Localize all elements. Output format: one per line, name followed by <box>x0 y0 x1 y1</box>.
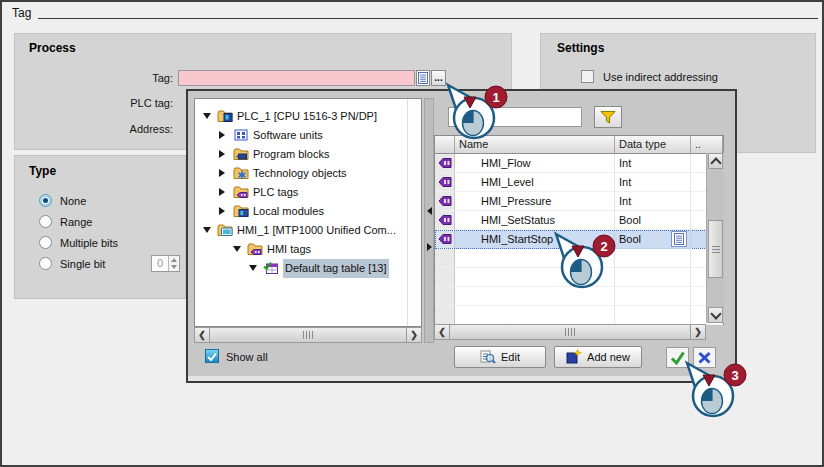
scroll-down-button[interactable] <box>708 307 723 323</box>
scroll-right-button[interactable]: ❯ <box>690 324 706 340</box>
tree-item-default-tag-table[interactable]: Default tag table [13] <box>195 259 421 278</box>
svg-text:3: 3 <box>731 368 738 383</box>
radio-multiple-bits[interactable] <box>39 236 52 249</box>
project-tree: PLC_1 [CPU 1516-3 PN/DP] Software units … <box>194 98 422 327</box>
tag-field-label: Tag: <box>15 72 173 84</box>
list-icon <box>674 233 684 245</box>
table-row[interactable]: HMI_Level Int <box>435 173 723 192</box>
column-header-data-type[interactable]: Data type <box>615 136 691 154</box>
popup-bottom-strip <box>188 376 735 381</box>
tree-item-hmi1[interactable]: HMI_1 [MTP1000 Unified Com... <box>195 221 421 240</box>
filter-button[interactable] <box>594 106 622 128</box>
chevron-right-icon[interactable] <box>219 188 225 196</box>
radio-range-label: Range <box>60 216 92 228</box>
use-indirect-addressing-label: Use indirect addressing <box>603 71 718 83</box>
tree-item-program-blocks[interactable]: Program blocks <box>195 145 421 164</box>
tag-icon <box>438 176 452 188</box>
technology-objects-icon <box>233 165 249 181</box>
tag-icon <box>438 195 452 207</box>
use-indirect-addressing-checkbox[interactable] <box>581 70 594 83</box>
edit-icon <box>480 349 496 365</box>
tree-table-splitter[interactable] <box>424 98 434 343</box>
single-bit-value: 0 <box>152 256 168 271</box>
tag-icon <box>438 233 452 245</box>
tag-icon <box>438 157 452 169</box>
show-all-label: Show all <box>226 351 268 363</box>
scroll-thumb[interactable] <box>708 220 723 278</box>
chevron-down-icon[interactable] <box>249 265 257 271</box>
scroll-left-button[interactable]: ❮ <box>194 327 210 343</box>
radio-range[interactable] <box>39 215 52 228</box>
tree-item-software-units[interactable]: Software units <box>195 126 421 145</box>
page-title: Tag <box>12 6 31 20</box>
type-group: Type None Range Multiple bits Single bit… <box>14 155 186 299</box>
tree-item-technology-objects[interactable]: Technology objects <box>195 164 421 183</box>
scroll-thumb[interactable] <box>450 324 690 340</box>
tree-item-plc1[interactable]: PLC_1 [CPU 1516-3 PN/DP] <box>195 107 421 126</box>
chevron-right-icon[interactable] <box>219 207 225 215</box>
svg-text:1: 1 <box>492 90 499 105</box>
radio-none-label: None <box>60 195 86 207</box>
data-type-picker-button[interactable] <box>671 231 687 247</box>
plc-tags-folder-icon <box>233 184 249 200</box>
plc-tag-field-label: PLC tag: <box>15 97 173 109</box>
local-modules-icon <box>233 203 249 219</box>
chevron-right-icon[interactable] <box>219 169 225 177</box>
tag-table-icon <box>263 260 279 276</box>
edit-button[interactable]: Edit <box>454 346 546 368</box>
table-row[interactable]: HMI_Pressure Int <box>435 192 723 211</box>
tag-list-button[interactable] <box>416 70 430 86</box>
callout-step-3: 3 <box>678 358 748 428</box>
scroll-up-button[interactable] <box>708 153 723 169</box>
table-row[interactable]: HMI_SetStatus Bool <box>435 211 723 230</box>
add-new-button[interactable]: Add new <box>554 346 642 368</box>
tree-hscrollbar[interactable]: ❮ ❯ <box>194 327 422 343</box>
tag-input[interactable] <box>178 70 415 86</box>
chevron-down-icon[interactable] <box>203 227 211 233</box>
table-vscrollbar[interactable] <box>706 153 724 323</box>
collapse-right-icon[interactable] <box>427 243 432 251</box>
add-new-icon <box>566 349 582 365</box>
show-all-checkbox[interactable] <box>205 349 219 363</box>
chevron-down-icon[interactable] <box>233 246 241 252</box>
column-header-more[interactable]: .. <box>691 136 723 154</box>
software-units-icon <box>233 127 249 143</box>
program-blocks-icon <box>233 146 249 162</box>
list-icon <box>418 72 428 84</box>
plc-device-icon <box>217 108 233 124</box>
svg-text:2: 2 <box>600 239 607 254</box>
table-hscrollbar[interactable]: ❮ ❯ <box>434 324 706 340</box>
radio-multiple-bits-label: Multiple bits <box>60 237 118 249</box>
tree-item-local-modules[interactable]: Local modules <box>195 202 421 221</box>
tree-item-plc-tags[interactable]: PLC tags <box>195 183 421 202</box>
tag-dialog: Tag Process Tag: ... PLC tag: Address: S… <box>0 0 824 467</box>
hmi-tags-folder-icon <box>247 241 263 257</box>
table-row[interactable]: HMI_Flow Int <box>435 154 723 173</box>
chevron-right-icon[interactable] <box>219 131 225 139</box>
radio-single-bit-label: Single bit <box>60 258 105 270</box>
check-icon <box>206 351 218 363</box>
chevron-right-icon[interactable] <box>219 150 225 158</box>
settings-group-title: Settings <box>557 41 604 55</box>
process-group-title: Process <box>29 41 76 55</box>
tag-icon <box>438 214 452 226</box>
scroll-right-button[interactable]: ❯ <box>406 327 422 343</box>
single-bit-stepper[interactable]: 0 <box>151 255 180 272</box>
callout-step-1: 1 <box>439 80 509 150</box>
stepper-arrows[interactable] <box>168 256 179 271</box>
title-divider <box>38 18 818 19</box>
scroll-thumb[interactable] <box>210 327 406 343</box>
filter-funnel-icon <box>599 109 617 125</box>
callout-step-2: 2 <box>547 229 617 299</box>
address-field-label: Address: <box>15 123 173 135</box>
tree-item-hmi-tags[interactable]: HMI tags <box>195 240 421 259</box>
chevron-down-icon[interactable] <box>203 113 211 119</box>
type-group-title: Type <box>29 164 56 178</box>
scroll-left-button[interactable]: ❮ <box>434 324 450 340</box>
radio-single-bit[interactable] <box>39 257 52 270</box>
collapse-left-icon[interactable] <box>427 207 432 215</box>
hmi-device-icon <box>217 222 233 238</box>
radio-none[interactable] <box>39 194 52 207</box>
